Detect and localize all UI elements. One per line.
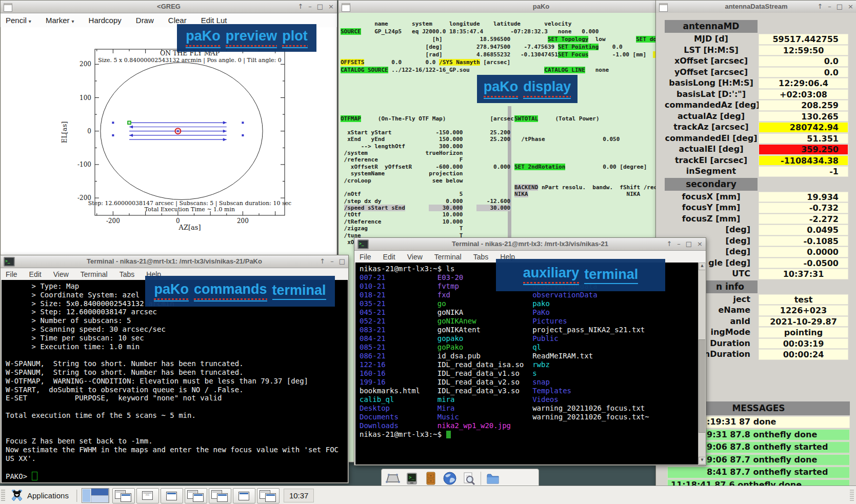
panel-grip[interactable] xyxy=(1,490,5,502)
menu-item-edit[interactable]: Edit xyxy=(383,253,395,261)
terminal-line: W-OTFMAP, WARNING--CONDITION: Elevation … xyxy=(6,377,348,386)
maximize-button[interactable]: □ xyxy=(317,3,323,10)
plot-frame xyxy=(95,49,285,215)
maximize-button[interactable]: □ xyxy=(339,257,345,265)
folder-icon[interactable] xyxy=(486,471,500,486)
minimize-button[interactable]: – xyxy=(828,3,831,10)
scan-direction-arrow xyxy=(129,134,133,137)
menu-item-file[interactable]: File xyxy=(360,253,371,261)
row-value: 51.351 xyxy=(759,133,848,144)
ls-row: 083-21 goNIKAtent project_pass_NIKA2_s21… xyxy=(360,326,705,334)
panel-grip-right[interactable] xyxy=(850,490,854,502)
workspace-pager[interactable] xyxy=(82,488,109,503)
cmd-terminal-titlebar[interactable]: >_ Terminal - nikas-21@mrt-lx1: /mrt-lx3… xyxy=(1,255,348,268)
close-button[interactable]: × xyxy=(328,3,334,10)
file-name: goNIKAtent xyxy=(437,326,532,334)
row-value: 0.0000 xyxy=(759,247,848,257)
workspace-active[interactable] xyxy=(82,489,91,502)
menu-item-view[interactable]: View xyxy=(407,253,423,261)
row-label: LST [H:M:S] xyxy=(665,45,758,56)
maximize-button[interactable]: □ xyxy=(686,240,692,248)
file-name: id_dsa.pub xyxy=(437,352,532,360)
web-globe-icon[interactable] xyxy=(443,471,457,486)
taskbar-window-button[interactable] xyxy=(112,488,135,503)
pako-line: xEnd yEnd 150.000 25.200 xyxy=(341,136,517,143)
cmd-terminal-output[interactable]: > Type: Map > Coordinate System: azel > … xyxy=(1,280,348,482)
shade-button[interactable]: ↑ xyxy=(297,3,303,10)
taskbar-window-button[interactable]: XE xyxy=(136,488,159,503)
pako-line xyxy=(514,122,671,129)
table-row: actualAz [deg]130.265 xyxy=(665,111,849,122)
taskbar-window-button[interactable] xyxy=(233,488,255,503)
annotation-label-pako-commands-terminal: paKocommandsterminal xyxy=(145,276,335,307)
greg-titlebar[interactable]: <GREG ↑ – □ × xyxy=(1,1,337,13)
menu-item-file[interactable]: File xyxy=(6,270,17,278)
minimize-button[interactable]: – xyxy=(330,257,334,265)
applications-menu-button[interactable]: Applications xyxy=(7,488,73,503)
terminal-line: Focus Z has been set back to -1mm. xyxy=(6,437,348,446)
close-button[interactable]: × xyxy=(848,3,853,10)
shade-button[interactable]: ↑ xyxy=(817,3,823,10)
file-name: warning_20211026_focus.txt xyxy=(532,404,645,412)
table-row: focusX [mm]19.934 xyxy=(665,192,849,203)
workspace-1[interactable] xyxy=(91,489,108,495)
ls-row: 122-16 IDL_read_data_isa.so rwbz xyxy=(360,360,705,369)
menu-item-edit[interactable]: Edit xyxy=(29,270,42,278)
annotation-word: commands xyxy=(194,281,267,301)
menu-item-tabs[interactable]: Tabs xyxy=(473,253,489,261)
search-document-icon[interactable] xyxy=(462,471,476,486)
taskbar-window-button[interactable] xyxy=(209,488,231,503)
menu-item-view[interactable]: View xyxy=(53,270,69,278)
drawing-pad-icon[interactable] xyxy=(386,471,400,486)
maximize-button[interactable]: □ xyxy=(837,3,843,10)
taskbar-window-button[interactable] xyxy=(257,488,280,503)
pako-text: xEnd yEnd 150.000 25.200 xyxy=(341,136,510,143)
menu-item-draw[interactable]: Draw xyxy=(136,16,154,25)
aux-terminal-output[interactable]: ▲ ▼ nikas-21@mrt-lx3:~$ ls007-21 E03-20 … xyxy=(355,263,705,465)
menu-item-hardcopy[interactable]: Hardcopy xyxy=(89,16,122,25)
pako-line: [deg] 278.947500 -7.475639 SET Pointing … xyxy=(341,43,667,51)
file-cabinet-icon[interactable] xyxy=(424,471,438,486)
pako-line: /nOtf 5 xyxy=(341,191,517,197)
scan-direction-arrow xyxy=(223,121,227,124)
scroll-down-icon[interactable]: ▼ xyxy=(699,457,705,465)
menu-item-edit-lut[interactable]: Edit Lut xyxy=(201,16,227,25)
highlighted-keyword: /speed sStart sEnd xyxy=(344,205,405,211)
close-button[interactable]: × xyxy=(697,240,703,248)
shade-button[interactable]: ↑ xyxy=(666,240,672,248)
menu-item-terminal[interactable]: Terminal xyxy=(81,270,108,278)
aux-terminal-titlebar[interactable]: >_ Terminal - nikas-21@mrt-lx3: /mrt-lx3… xyxy=(354,238,706,251)
menu-item-terminal[interactable]: Terminal xyxy=(434,253,462,261)
file-name: Mira xyxy=(437,404,532,412)
terminal-icon[interactable]: >_ xyxy=(405,471,419,486)
menu-item-clear[interactable]: Clear xyxy=(168,16,187,25)
pako-text: /croLoop see below xyxy=(341,177,463,184)
file-name: Videos xyxy=(532,395,559,404)
menu-item-tabs[interactable]: Tabs xyxy=(120,270,135,278)
antenna-titlebar[interactable]: antennaDataStream ↑ – □ × xyxy=(656,1,856,13)
minimize-button[interactable]: – xyxy=(308,3,312,10)
row-value: 0.0 xyxy=(759,56,848,67)
workspace-3[interactable] xyxy=(91,496,108,502)
terminal-cursor[interactable] xyxy=(446,431,451,438)
table-row: inSegment-1 xyxy=(665,166,849,177)
pako-line: /system trueHorizon xyxy=(341,150,517,156)
pako-line: [h] 18.596500 SET Topology low SET doSub xyxy=(341,35,667,43)
pako-text: [arcsec] xyxy=(480,59,511,66)
scrollbar-thumb[interactable] xyxy=(699,339,705,433)
scrollbar[interactable]: ▲ ▼ xyxy=(698,263,705,465)
shade-button[interactable]: ↑ xyxy=(320,257,325,265)
pako-line xyxy=(341,184,517,191)
menu-item-marker[interactable]: Marker▾ xyxy=(46,16,74,25)
pako-text: (Total Power) xyxy=(538,115,599,122)
pako-text: xOffsetR yOffsetR -600.000 0.000 xyxy=(341,164,510,170)
highlighted-keyword: SET Focus xyxy=(558,51,589,58)
taskbar-window-button[interactable] xyxy=(161,488,183,503)
menu-item-pencil[interactable]: Pencil▾ xyxy=(6,16,31,25)
taskbar-window-button[interactable] xyxy=(185,488,207,503)
minimize-button[interactable]: – xyxy=(677,240,681,248)
terminal-cursor[interactable] xyxy=(32,472,37,480)
scroll-up-icon[interactable]: ▲ xyxy=(699,263,705,270)
row-value: -1 xyxy=(759,166,848,177)
ls-row: 199-16 IDL_read_data_v2.so snap xyxy=(360,378,705,387)
